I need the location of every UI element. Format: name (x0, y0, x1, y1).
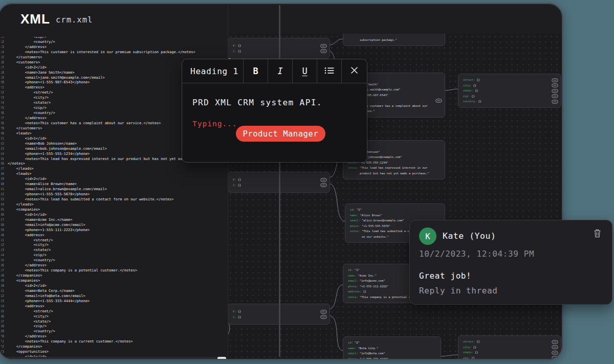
link-icon[interactable] (552, 356, 558, 360)
link-icon[interactable] (320, 49, 327, 53)
code-line: 57 <notes>This company is a potential cu… (1, 268, 228, 274)
node-key: notes: (348, 294, 358, 300)
node-row: city:{} (463, 345, 557, 350)
node-value: "+1-555-555-5678" (362, 223, 390, 229)
link-icon[interactable] (552, 78, 558, 82)
code-line: 70 </address> (1, 334, 228, 339)
code-line: 39 <id>2</id> (1, 177, 228, 182)
node-value: {} (363, 289, 367, 294)
node-key: phone: (350, 223, 360, 229)
code-text: <phone>+1-555-987-6543</phone> (4, 80, 90, 85)
node-key: notes: (350, 229, 360, 239)
link-icon[interactable] (552, 89, 558, 93)
delete-comment-button[interactable] (594, 229, 601, 238)
code-line: 53 <state/> (1, 248, 228, 253)
document-title-text[interactable]: PRD XML CRM system API. (192, 98, 357, 107)
node-key: city: (463, 83, 472, 88)
italic-button[interactable]: I (268, 59, 293, 83)
node-value: {} (471, 94, 475, 99)
link-icon[interactable] (320, 44, 327, 48)
code-line: 40 <name>Alice Brown</name> (1, 182, 228, 187)
node-key: email: (348, 351, 358, 356)
code-text: <email>jane.smith@example.com</email> (4, 76, 105, 81)
graph-node-jane-address[interactable]: street:{}city:{}state:{}zip:{}country:{} (458, 74, 561, 108)
close-button[interactable] (342, 59, 367, 83)
code-text: <phone>+1-555-111-2222</phone> (4, 228, 90, 233)
code-line: 37 </leads> (1, 167, 228, 172)
app-window: XML crm.xml 11 <zip/>12 <country/>13 </a… (0, 3, 563, 360)
code-text: <notes>This lead has submitted a contact… (4, 197, 174, 202)
code-text: </address> (4, 116, 47, 121)
node-row: state:{} (463, 350, 557, 355)
code-line: 68 <zip/> (1, 324, 228, 329)
code-text: <id>2</id> (4, 65, 47, 71)
node-value: "1" (355, 267, 360, 273)
bold-button[interactable]: B (244, 59, 268, 83)
code-text: <city/> (4, 314, 49, 320)
node-key: city: (463, 345, 472, 350)
horizontal-scrollbar[interactable] (5, 357, 226, 360)
link-icon[interactable] (435, 99, 442, 103)
code-line: 64 <address> (1, 304, 228, 309)
heading-select[interactable]: Heading 1 (182, 59, 244, 83)
link-icon[interactable] (552, 340, 558, 344)
code-text: <zip/> (4, 253, 47, 258)
node-value: {} (238, 43, 242, 49)
underline-button[interactable]: U (293, 59, 317, 83)
node-value: "2" (355, 340, 360, 346)
code-line: 45 <companies> (1, 208, 228, 213)
code-text: </companies> (4, 274, 42, 279)
code-line: 14 <notes>This customer is interested in… (1, 50, 228, 55)
horizontal-scrollbar-thumb[interactable] (217, 357, 226, 360)
comment-author: Kate (You) (443, 231, 496, 241)
link-icon[interactable] (320, 178, 327, 182)
app-logo: XML (20, 11, 50, 27)
node-key: zip: (463, 94, 470, 99)
code-text: <notes>This company is a potential custo… (4, 268, 137, 274)
code-line: 51 <street/> (1, 238, 228, 243)
graph-node-notes-tail[interactable]: subscription package." (343, 34, 445, 46)
code-text: <phone>+1-555-555-1234</phone> (4, 152, 90, 157)
node-value: {} (473, 345, 477, 350)
code-text: </leads> (4, 167, 34, 172)
pane-divider[interactable] (279, 5, 280, 357)
link-icon[interactable] (552, 100, 558, 104)
code-line: 72 </companies> (1, 345, 228, 350)
code-text: </address> (4, 45, 47, 50)
node-key: id: (348, 267, 353, 273)
graph-node-beta-address[interactable]: street:{}city:{}state:{}zip:{}country:{} (458, 335, 561, 360)
link-icon[interactable] (552, 351, 558, 355)
reply-in-thread-link[interactable]: Reply in thread (419, 286, 498, 295)
code-text: </notes> (4, 162, 25, 167)
link-icon[interactable] (552, 83, 558, 87)
link-icon[interactable] (320, 315, 327, 319)
node-row: state:{} (463, 88, 557, 94)
link-icon[interactable] (552, 345, 558, 349)
editor-canvas-boundary (228, 5, 228, 357)
link-icon[interactable] (320, 183, 327, 187)
code-line: 49 <phone>+1-555-111-2222</phone> (1, 228, 228, 233)
code-text: </customers> (4, 55, 42, 60)
product-manager-button[interactable]: Product Manager (236, 126, 325, 142)
node-value: "Beta Corp." (358, 346, 379, 351)
code-text: <companies> (4, 208, 40, 213)
node-row: notes:"This lead has expressed interest … (348, 165, 441, 176)
code-text: <notes>This company is a current custome… (4, 339, 133, 345)
link-icon[interactable] (320, 310, 327, 314)
code-text: <id>2</id> (4, 177, 47, 182)
node-key: id: (348, 340, 353, 346)
node-value: "Alice Brown" (360, 213, 382, 218)
code-text: <city/> (4, 96, 49, 101)
code-text: <country/> (4, 258, 55, 263)
graph-node-company-beta[interactable]: id:"2"name:"Beta Corp."email:"info@beta.… (343, 336, 441, 360)
code-line: 38 <leads> (1, 172, 228, 177)
bullet-list-button[interactable] (317, 59, 342, 83)
code-line: 73 <opportunities> (1, 350, 228, 355)
link-icon[interactable] (552, 94, 558, 98)
node-key: email: (348, 278, 358, 284)
code-text: <street/> (4, 238, 53, 243)
node-value: "+1-555-111-2222" (360, 284, 388, 289)
code-text: <opportunities> (4, 350, 49, 355)
code-line: 61 <name>Beta Corp.</name> (1, 289, 228, 294)
code-text: <address> (4, 304, 45, 309)
